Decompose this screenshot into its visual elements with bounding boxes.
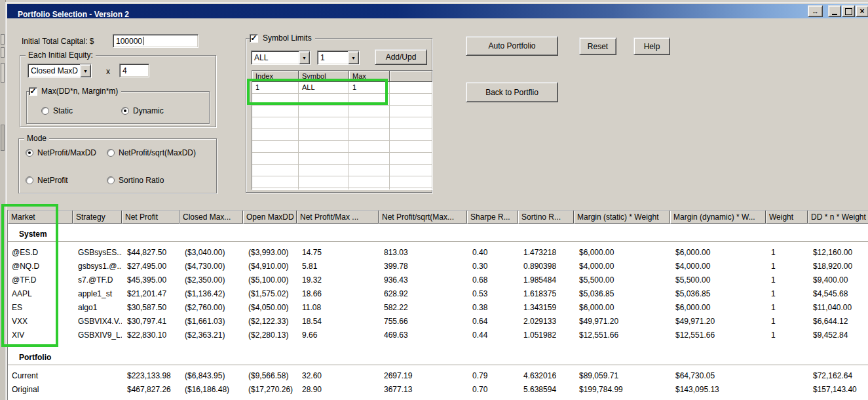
grid-cell — [349, 153, 390, 165]
table-cell: 18.66 — [297, 287, 379, 301]
table-row[interactable]: AAPLapple1_st$21,201.47($1,136.42)($1,57… — [8, 287, 868, 301]
table-cell: $49,971.20 — [574, 315, 670, 329]
table-row[interactable]: ESalgo1$30,587.50($2,760.00)($4,050.00)1… — [8, 301, 868, 315]
table-cell: ($1,661.03) — [179, 315, 243, 329]
static-radio-option[interactable]: Static — [41, 106, 73, 115]
maximize-button[interactable] — [842, 5, 855, 17]
table-row[interactable]: @TF.Ds7.@TF.D$45,395.00($2,350.00)($5,10… — [8, 273, 868, 287]
back-to-portfolio-button[interactable]: Back to Portflio — [466, 82, 558, 102]
radio-icon — [121, 107, 129, 115]
symbol-dropdown[interactable]: ALL ▼ — [251, 50, 311, 65]
symbol-limits-label: Symbol Limits — [263, 33, 312, 43]
mode-radio-option[interactable]: Sortino Ratio — [107, 176, 164, 185]
minimize-button[interactable] — [828, 5, 841, 17]
mode-radio-label: NetProfit/MaxDD — [37, 148, 96, 157]
table-cell: $5,500.00 — [670, 273, 766, 287]
max-dd-margin-checkbox-row[interactable]: ✓ Max(DD*n, Margin*m) — [29, 87, 121, 96]
column-header[interactable]: Strategy — [73, 210, 122, 224]
mode-legend: Mode — [24, 134, 49, 143]
table-cell: s7.@TF.D — [73, 273, 122, 287]
column-header[interactable]: Net Profit/Max ... — [297, 210, 379, 224]
checkbox-icon[interactable]: ✓ — [250, 34, 258, 43]
table-cell: ($2,122.33) — [243, 315, 297, 329]
column-header[interactable]: Weight — [766, 210, 808, 224]
column-header[interactable]: Margin (static) * Weight — [574, 210, 670, 224]
reset-button[interactable]: Reset — [579, 37, 616, 55]
chevron-down-icon[interactable]: ▼ — [299, 51, 310, 64]
column-header[interactable]: Net Profit/sqrt(Max... — [379, 210, 467, 224]
table-cell: 582.22 — [379, 301, 467, 315]
table-cell: 5.81 — [297, 260, 379, 273]
column-header[interactable]: DD * n * Weight — [808, 210, 868, 224]
table-row[interactable]: @NQ.Dgsbsys1.@...$27,495.00($4,730.00)($… — [8, 260, 868, 273]
table-cell: $6,000.00 — [670, 301, 766, 315]
table-cell: 628.92 — [379, 287, 467, 301]
dynamic-radio-option[interactable]: Dynamic — [121, 106, 164, 115]
column-header[interactable]: Margin (dynamic) * W... — [670, 210, 766, 224]
symbol-grid-empty-row[interactable] — [252, 106, 432, 117]
table-cell: $12,551.66 — [574, 329, 670, 342]
table-row[interactable]: Current$223,133.98($6,843.95)($9,566.58)… — [8, 369, 868, 383]
table-row[interactable]: XIVGSBXIV9_L...$22,830.10($2,363.21)($2,… — [8, 329, 868, 342]
window-title: Portfolio Selection - Version 2 — [18, 10, 129, 19]
table-row[interactable]: VXXGSBVIX4.V...$30,797.41($1,661.03)($2,… — [8, 315, 868, 329]
table-row[interactable]: Original$467,827.26($16,186.48)($17,270.… — [8, 383, 868, 397]
table-cell: $49,971.20 — [670, 315, 766, 329]
resize-arrows-icon[interactable]: ↔ — [808, 5, 823, 17]
table-cell: 0.53 — [467, 287, 518, 301]
column-header[interactable]: Sortino R... — [518, 210, 574, 224]
grid-column-header[interactable] — [390, 71, 432, 82]
symbol-grid-empty-row[interactable] — [252, 141, 432, 153]
table-cell: 1 — [766, 315, 808, 329]
symbol-grid-empty-row[interactable] — [252, 165, 432, 176]
symbol-grid-empty-row[interactable] — [252, 153, 432, 165]
mode-radio-option[interactable]: NetProfit/sqrt(MaxDD) — [107, 148, 196, 157]
symbol-grid-empty-row[interactable] — [252, 188, 432, 190]
table-cell: 2.029133 — [518, 315, 574, 329]
grid-cell — [390, 176, 432, 188]
add-upd-button[interactable]: Add/Upd — [375, 49, 427, 65]
column-header[interactable]: Net Profit — [122, 210, 179, 224]
multiplier-input[interactable]: 4 — [119, 64, 149, 77]
table-cell: $12,160.00 — [808, 246, 868, 260]
table-cell: 32.60 — [297, 369, 379, 383]
table-cell: 1 — [766, 287, 808, 301]
grid-cell — [349, 188, 390, 190]
column-header[interactable]: Open MaxDD — [243, 210, 297, 224]
table-cell — [73, 383, 122, 397]
table-cell — [766, 383, 808, 397]
table-row[interactable]: @ES.DGSBsysES...$44,827.50($3,040.00)($3… — [8, 246, 868, 260]
auto-portfolio-button[interactable]: Auto Portfolio — [466, 36, 558, 56]
title-bar[interactable]: Portfolio Selection - Version 2 — [7, 4, 868, 18]
table-cell: ($1,136.42) — [179, 287, 243, 301]
section-label: Portfolio — [8, 350, 868, 365]
chevron-down-icon[interactable]: ▼ — [80, 64, 91, 77]
table-cell: 399.78 — [379, 260, 467, 273]
table-cell — [766, 369, 808, 383]
max-count-dropdown[interactable]: 1 ▼ — [317, 50, 360, 65]
table-cell: 0.44 — [467, 329, 518, 342]
checkbox-icon[interactable]: ✓ — [29, 87, 37, 96]
close-button[interactable]: × — [856, 5, 868, 17]
table-cell: $5,500.00 — [574, 273, 670, 287]
table-cell: $223,133.98 — [122, 369, 179, 383]
dynamic-radio-label: Dynamic — [133, 106, 164, 115]
column-header[interactable]: Sharpe R... — [467, 210, 518, 224]
symbol-grid-empty-row[interactable] — [252, 117, 432, 129]
grid-cell — [252, 106, 299, 117]
column-header[interactable]: Closed Max... — [179, 210, 243, 224]
initial-total-capital-input[interactable]: 100000 — [113, 34, 198, 48]
table-cell: ($4,910.00) — [243, 260, 297, 273]
mode-radio-option[interactable]: NetProfit — [26, 176, 68, 185]
table-cell: 0.70 — [467, 383, 518, 397]
grid-cell — [390, 188, 432, 190]
symbol-grid-empty-row[interactable] — [252, 176, 432, 188]
table-cell: $157,143.40 — [808, 383, 868, 397]
chevron-down-icon[interactable]: ▼ — [348, 51, 359, 64]
equity-basis-dropdown[interactable]: Closed MaxD ▼ — [28, 64, 92, 78]
mode-radio-option[interactable]: NetProfit/MaxDD — [26, 148, 96, 157]
section-separator — [8, 241, 868, 246]
help-button[interactable]: Help — [633, 37, 670, 55]
symbol-limits-checkbox-row[interactable]: ✓ Symbol Limits — [250, 33, 315, 43]
symbol-grid-empty-row[interactable] — [252, 129, 432, 141]
